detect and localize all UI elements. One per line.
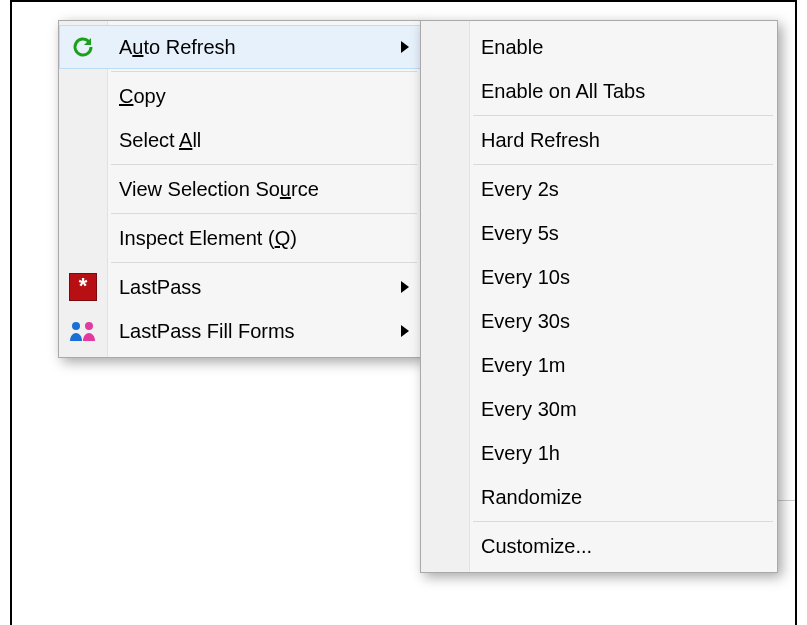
submenu-arrow-icon	[401, 281, 409, 293]
menu-separator	[111, 164, 417, 165]
menu-item-inspect-element[interactable]: Inspect Element (Q)	[59, 216, 421, 260]
menu-item-label: Every 10s	[481, 266, 570, 288]
menu-item-lastpass-fill-forms[interactable]: LastPass Fill Forms	[59, 309, 421, 353]
svg-point-1	[85, 322, 93, 330]
menu-separator	[111, 213, 417, 214]
menu-item-label: Copy	[119, 85, 166, 107]
submenu-item-every-2s[interactable]: Every 2s	[421, 167, 777, 211]
menu-separator	[473, 164, 773, 165]
menu-item-label: Every 5s	[481, 222, 559, 244]
menu-item-copy[interactable]: Copy	[59, 74, 421, 118]
menu-item-label: Randomize	[481, 486, 582, 508]
submenu-item-enable[interactable]: Enable	[421, 25, 777, 69]
menu-item-label: Every 1m	[481, 354, 565, 376]
menu-item-label: Auto Refresh	[119, 36, 236, 58]
menu-separator	[473, 115, 773, 116]
menu-item-auto-refresh[interactable]: Auto Refresh	[59, 25, 421, 69]
menu-item-label: Hard Refresh	[481, 129, 600, 151]
submenu-item-customize[interactable]: Customize...	[421, 524, 777, 568]
menu-separator	[111, 262, 417, 263]
people-icon	[69, 317, 97, 345]
menu-item-label: Every 1h	[481, 442, 560, 464]
menu-item-label: Select All	[119, 129, 201, 151]
submenu-item-enable-all-tabs[interactable]: Enable on All Tabs	[421, 69, 777, 113]
menu-item-label: LastPass Fill Forms	[119, 320, 295, 342]
submenu-arrow-icon	[401, 325, 409, 337]
submenu-item-hard-refresh[interactable]: Hard Refresh	[421, 118, 777, 162]
menu-item-view-selection-source[interactable]: View Selection Source	[59, 167, 421, 211]
submenu-item-randomize[interactable]: Randomize	[421, 475, 777, 519]
menu-item-label: Enable on All Tabs	[481, 80, 645, 102]
submenu-item-every-1h[interactable]: Every 1h	[421, 431, 777, 475]
submenu-item-every-5s[interactable]: Every 5s	[421, 211, 777, 255]
menu-item-select-all[interactable]: Select All	[59, 118, 421, 162]
refresh-icon	[69, 33, 97, 61]
menu-item-label: Every 2s	[481, 178, 559, 200]
menu-item-label: Enable	[481, 36, 543, 58]
submenu-item-every-30s[interactable]: Every 30s	[421, 299, 777, 343]
submenu-item-every-30m[interactable]: Every 30m	[421, 387, 777, 431]
submenu-item-every-10s[interactable]: Every 10s	[421, 255, 777, 299]
menu-separator	[111, 71, 417, 72]
menu-item-label: Every 30m	[481, 398, 577, 420]
lastpass-icon: *	[69, 273, 97, 301]
menu-item-label: Customize...	[481, 535, 592, 557]
menu-item-lastpass[interactable]: * LastPass	[59, 265, 421, 309]
menu-separator	[473, 521, 773, 522]
menu-item-label: Inspect Element (Q)	[119, 227, 297, 249]
submenu-item-every-1m[interactable]: Every 1m	[421, 343, 777, 387]
menu-item-label: LastPass	[119, 276, 201, 298]
auto-refresh-submenu: Enable Enable on All Tabs Hard Refresh E…	[420, 20, 778, 573]
context-menu: Auto Refresh Copy Select All View Select…	[58, 20, 422, 358]
menu-item-label: View Selection Source	[119, 178, 319, 200]
svg-point-0	[72, 322, 80, 330]
submenu-arrow-icon	[401, 41, 409, 53]
menu-item-label: Every 30s	[481, 310, 570, 332]
